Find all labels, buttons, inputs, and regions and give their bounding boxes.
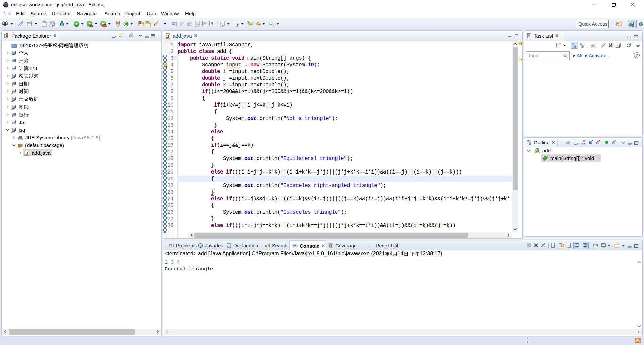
svg-text:s: s — [546, 155, 548, 158]
svg-text:ε: ε — [370, 243, 371, 248]
